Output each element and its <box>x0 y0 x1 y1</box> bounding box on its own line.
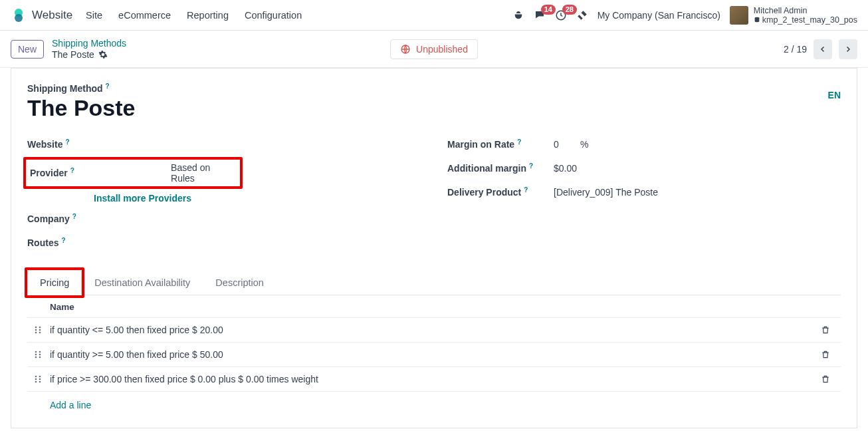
svg-point-16 <box>39 357 41 359</box>
svg-point-15 <box>35 357 37 359</box>
help-icon[interactable]: ? <box>524 186 528 194</box>
grid-header: Name <box>27 295 841 317</box>
svg-point-1 <box>15 14 23 22</box>
messages-badge: 14 <box>541 5 556 15</box>
drag-handle-icon[interactable] <box>34 374 46 384</box>
messages-icon[interactable]: 14 <box>534 9 546 21</box>
svg-point-17 <box>35 376 37 378</box>
svg-point-19 <box>35 378 37 380</box>
svg-point-12 <box>39 351 41 353</box>
unpublished-button[interactable]: Unpublished <box>390 39 478 59</box>
col-name-header[interactable]: Name <box>50 302 74 312</box>
tools-icon[interactable] <box>576 9 588 21</box>
delete-row-button[interactable] <box>817 374 834 384</box>
record-title[interactable]: The Poste <box>27 95 841 121</box>
delivery-product-label: Delivery Product? <box>447 187 554 198</box>
svg-point-11 <box>35 351 37 353</box>
form-sheet: EN Shipping Method? The Poste Website? P… <box>11 68 857 428</box>
user-db: kmp_2_test_may_30_pos <box>754 15 857 25</box>
help-icon[interactable]: ? <box>106 82 110 90</box>
svg-point-6 <box>39 327 41 329</box>
help-icon[interactable]: ? <box>529 162 533 170</box>
shipping-method-label: Shipping Method? <box>27 83 110 94</box>
delete-row-button[interactable] <box>817 350 834 359</box>
svg-point-7 <box>35 329 37 331</box>
app-name[interactable]: Website <box>32 9 72 22</box>
svg-point-8 <box>39 329 41 331</box>
breadcrumb: Shipping Methods The Poste <box>52 38 126 61</box>
left-column: Website? Provider? Based on Rules Instal… <box>27 133 421 255</box>
menu-reporting[interactable]: Reporting <box>187 10 229 21</box>
activities-badge: 28 <box>562 5 577 15</box>
svg-point-10 <box>39 332 41 334</box>
user-text: Mitchell Admin kmp_2_test_may_30_pos <box>754 6 857 25</box>
svg-point-22 <box>39 381 41 383</box>
table-row[interactable]: if quantity >= 5.00 then fixed price $ 5… <box>27 342 841 366</box>
chevron-left-icon <box>819 45 827 53</box>
tab-destination-availability[interactable]: Destination Availability <box>82 270 203 295</box>
tab-description[interactable]: Description <box>203 270 276 295</box>
user-menu[interactable]: Mitchell Admin kmp_2_test_may_30_pos <box>730 6 857 25</box>
delete-row-button[interactable] <box>817 325 834 335</box>
top-nav: Website Site eCommerce Reporting Configu… <box>0 0 868 31</box>
drag-handle-icon[interactable] <box>34 325 46 335</box>
tab-pricing[interactable]: Pricing <box>27 270 82 295</box>
drag-handle-icon[interactable] <box>34 350 46 359</box>
main-menu: Site eCommerce Reporting Configuration <box>86 10 302 21</box>
lang-switch[interactable]: EN <box>828 90 841 100</box>
pager-next-button[interactable] <box>839 39 857 59</box>
install-providers-link[interactable]: Install more Providers <box>94 193 191 204</box>
app-logo-icon <box>11 7 27 23</box>
pager-prev-button[interactable] <box>814 39 832 59</box>
control-panel: New Shipping Methods The Poste Unpublish… <box>0 31 868 68</box>
svg-point-20 <box>39 378 41 380</box>
company-label: Company? <box>27 214 173 224</box>
additional-margin-label: Additional margin? <box>447 163 554 174</box>
margin-rate-field[interactable]: 0 <box>554 139 580 150</box>
additional-margin-field[interactable]: $0.00 <box>554 163 577 174</box>
delivery-product-field[interactable]: [Delivery_009] The Poste <box>554 187 658 198</box>
rule-name[interactable]: if price >= 300.00 then fixed price $ 0.… <box>50 374 817 384</box>
globe-icon <box>400 44 411 55</box>
website-label: Website? <box>27 139 173 150</box>
svg-point-9 <box>35 332 37 334</box>
menu-ecommerce[interactable]: eCommerce <box>118 10 171 21</box>
menu-site[interactable]: Site <box>86 10 102 21</box>
margin-rate-unit: % <box>580 139 588 150</box>
top-nav-right: 14 28 My Company (San Francisco) Mitchel… <box>512 6 857 25</box>
company-switcher[interactable]: My Company (San Francisco) <box>597 10 720 21</box>
user-name: Mitchell Admin <box>754 6 857 15</box>
chevron-right-icon <box>844 45 852 53</box>
pager: 2 / 19 <box>784 39 857 59</box>
routes-label: Routes? <box>27 237 173 248</box>
help-icon[interactable]: ? <box>65 138 69 146</box>
new-button[interactable]: New <box>11 40 44 59</box>
tabs: Pricing Destination Availability Descrip… <box>27 270 841 295</box>
debug-icon[interactable] <box>512 9 524 21</box>
add-line-link[interactable]: Add a line <box>27 391 841 414</box>
help-icon[interactable]: ? <box>61 237 65 244</box>
margin-rate-label: Margin on Rate? <box>447 139 554 150</box>
svg-point-14 <box>39 354 41 356</box>
database-icon <box>754 17 760 23</box>
breadcrumb-current: The Poste <box>52 49 126 61</box>
pager-text[interactable]: 2 / 19 <box>784 44 807 55</box>
rule-name[interactable]: if quantity <= 5.00 then fixed price $ 2… <box>50 325 817 335</box>
right-column: Margin on Rate? 0 % Additional margin? $… <box>447 133 841 255</box>
svg-point-13 <box>35 354 37 356</box>
help-icon[interactable]: ? <box>70 167 74 174</box>
svg-point-5 <box>35 327 37 329</box>
provider-label: Provider? <box>26 168 171 178</box>
svg-point-21 <box>35 381 37 383</box>
breadcrumb-parent[interactable]: Shipping Methods <box>52 38 126 49</box>
rule-name[interactable]: if quantity >= 5.00 then fixed price $ 5… <box>50 349 817 360</box>
svg-point-18 <box>39 376 41 378</box>
help-icon[interactable]: ? <box>517 138 521 146</box>
table-row[interactable]: if quantity <= 5.00 then fixed price $ 2… <box>27 317 841 342</box>
menu-configuration[interactable]: Configuration <box>245 10 302 21</box>
table-row[interactable]: if price >= 300.00 then fixed price $ 0.… <box>27 366 841 391</box>
activities-icon[interactable]: 28 <box>555 9 567 21</box>
gear-icon[interactable] <box>98 50 108 59</box>
provider-field[interactable]: Based on Rules <box>171 162 236 184</box>
help-icon[interactable]: ? <box>72 213 76 220</box>
